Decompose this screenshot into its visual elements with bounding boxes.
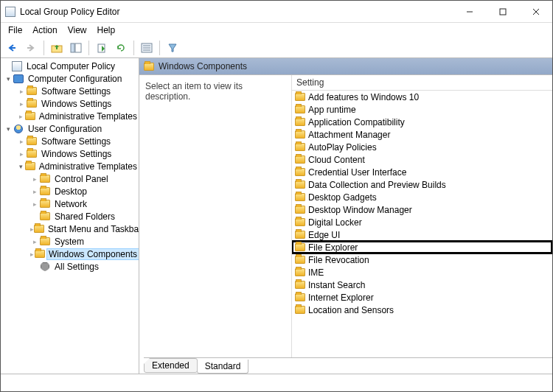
folder-icon (295, 281, 305, 289)
window-title: Local Group Policy Editor (20, 7, 119, 17)
list-item[interactable]: File Explorer (292, 241, 552, 253)
folder-icon (295, 293, 305, 301)
maximize-button[interactable] (486, 1, 519, 22)
list-item[interactable]: Internet Explorer (292, 291, 552, 304)
minimize-button[interactable] (453, 1, 486, 22)
funnel-icon (167, 43, 178, 53)
expand-icon[interactable]: ▸ (30, 237, 39, 246)
collapse-icon[interactable]: ▾ (4, 125, 13, 133)
folder-icon (40, 175, 50, 183)
list-item-label: Attachment Manager (308, 130, 390, 140)
tree-user-config[interactable]: User Configuration (27, 124, 103, 134)
folder-icon (295, 93, 305, 101)
close-icon (532, 8, 540, 15)
list-item[interactable]: Application Compatibility (292, 116, 552, 128)
folder-icon (295, 130, 305, 139)
tree-shared-folders[interactable]: Shared Folders (53, 211, 116, 222)
list-item[interactable]: Data Collection and Preview Builds (292, 178, 552, 191)
properties-button[interactable] (139, 40, 155, 56)
expand-icon[interactable]: ▸ (17, 137, 26, 146)
expand-icon[interactable]: ▸ (30, 187, 39, 196)
list-item[interactable]: Desktop Gadgets (292, 191, 552, 203)
list-item[interactable]: App runtime (292, 103, 552, 116)
list-item[interactable]: Credential User Interface (292, 166, 552, 178)
tree-windows-components[interactable]: Windows Components (47, 249, 139, 259)
folder-icon (295, 206, 305, 214)
expand-icon[interactable]: ▸ (30, 175, 39, 183)
tree-root[interactable]: Local Computer Policy (25, 61, 116, 71)
up-folder-button[interactable] (49, 40, 65, 56)
collapse-icon[interactable]: ▾ (4, 74, 13, 83)
list-item[interactable]: Cloud Content (292, 153, 552, 166)
tree-control-panel[interactable]: Control Panel (53, 174, 110, 184)
column-header-setting[interactable]: Setting (292, 75, 552, 91)
list-item[interactable]: Desktop Window Manager (292, 203, 552, 216)
view-tabs: Extended Standard (139, 357, 552, 374)
collapse-icon[interactable]: ▾ (17, 162, 25, 171)
tree-desktop[interactable]: Desktop (53, 186, 88, 197)
list-item[interactable]: Add features to Windows 10 (292, 91, 552, 103)
tree-comp-software[interactable]: Software Settings (40, 86, 112, 97)
expand-icon[interactable]: ▸ (30, 200, 39, 209)
list-item[interactable]: Instant Search (292, 279, 552, 291)
svg-rect-8 (75, 43, 81, 52)
list-item-label: AutoPlay Policies (308, 142, 377, 153)
refresh-button[interactable] (113, 40, 129, 56)
app-icon (5, 7, 15, 17)
tree-start-menu[interactable]: Start Menu and Taskbar (46, 224, 139, 234)
tree-comp-admin[interactable]: Administrative Templates (38, 111, 139, 122)
tab-standard[interactable]: Standard (197, 360, 249, 374)
list-item-label: IME (308, 267, 324, 278)
close-button[interactable] (519, 1, 552, 22)
expand-icon[interactable]: ▸ (17, 150, 26, 158)
tab-extended[interactable]: Extended (144, 358, 198, 373)
menubar: File Action View Help (1, 23, 552, 38)
folder-icon (295, 118, 305, 126)
menu-help[interactable]: Help (97, 25, 116, 35)
user-icon (14, 125, 23, 133)
folder-icon (34, 225, 44, 233)
settings-list[interactable]: Setting Add features to Windows 10App ru… (292, 75, 552, 357)
list-item[interactable]: Attachment Manager (292, 128, 552, 141)
tree-all-settings[interactable]: All Settings (53, 262, 100, 272)
filter-button[interactable] (164, 40, 181, 56)
minimize-icon (466, 8, 473, 15)
tree-network[interactable]: Network (53, 199, 88, 209)
export-button[interactable] (94, 40, 110, 56)
expand-icon[interactable]: ▸ (17, 87, 26, 96)
list-item-label: Digital Locker (308, 217, 362, 228)
expand-icon[interactable]: ▸ (17, 112, 25, 121)
menu-file[interactable]: File (8, 25, 22, 35)
details-header: Windows Components (139, 58, 552, 74)
list-item-label: File Revocation (308, 255, 369, 265)
tree-user-software[interactable]: Software Settings (40, 136, 112, 147)
console-tree[interactable]: Local Computer Policy ▾Computer Configur… (1, 58, 139, 374)
panes-icon (70, 43, 82, 53)
tree-comp-windows[interactable]: Windows Settings (40, 99, 113, 109)
back-button[interactable] (4, 40, 20, 56)
list-item-label: File Explorer (308, 242, 358, 253)
tree-computer-config[interactable]: Computer Configuration (27, 74, 123, 84)
folder-icon (295, 155, 305, 164)
expand-icon[interactable]: ▸ (17, 99, 26, 108)
gear-icon (41, 262, 49, 271)
list-item-label: Cloud Content (308, 155, 365, 165)
list-item[interactable]: AutoPlay Policies (292, 141, 552, 153)
list-item[interactable]: Location and Sensors (292, 304, 552, 316)
folder-icon (295, 218, 305, 226)
tree-system[interactable]: System (53, 237, 86, 247)
menu-view[interactable]: View (68, 25, 87, 35)
list-item[interactable]: Digital Locker (292, 216, 552, 228)
folder-icon (40, 187, 50, 195)
arrow-left-icon (7, 43, 17, 53)
tree-user-windows[interactable]: Windows Settings (40, 149, 113, 159)
tree-user-admin[interactable]: Administrative Templates (38, 161, 139, 172)
menu-action[interactable]: Action (32, 25, 57, 35)
folder-icon (27, 99, 37, 108)
forward-button[interactable] (23, 40, 39, 56)
list-item[interactable]: IME (292, 266, 552, 279)
folder-icon (295, 105, 305, 113)
list-item[interactable]: Edge UI (292, 228, 552, 241)
list-item[interactable]: File Revocation (292, 253, 552, 266)
show-hide-tree-button[interactable] (68, 40, 84, 56)
